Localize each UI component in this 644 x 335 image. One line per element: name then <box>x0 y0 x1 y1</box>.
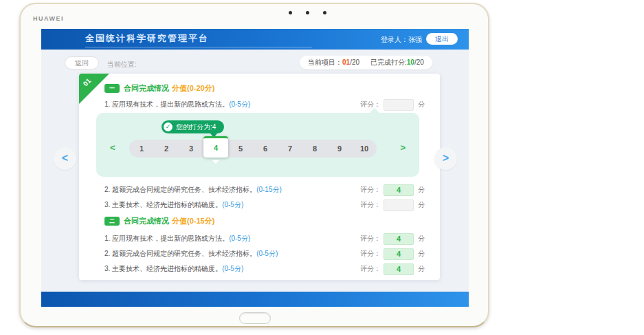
huawei-logo: HUAWEI <box>33 15 64 22</box>
page-prev-button[interactable]: < <box>54 147 76 170</box>
scale-cell-selected[interactable]: 4 <box>203 136 228 158</box>
app-footer <box>41 292 469 307</box>
criteria-text: 3. 主要技术、经济先进指标的精确度。 <box>104 265 222 272</box>
criteria-text: 2. 超额完成合同规定的研究任务、技术经济指标。 <box>104 250 256 257</box>
scale-cell[interactable]: 6 <box>253 140 278 158</box>
score-unit: 分 <box>418 249 425 259</box>
page-next-button[interactable]: > <box>434 147 457 170</box>
panel-notch <box>370 108 379 113</box>
scale-cell[interactable]: 1 <box>129 140 154 158</box>
home-button[interactable] <box>239 312 271 324</box>
score-tooltip: ✓ 您的打分为:4 <box>162 120 224 133</box>
score-unit: 分 <box>418 264 425 274</box>
criteria-range: (0-5分) <box>222 201 243 208</box>
score-label: 评分： <box>360 264 381 274</box>
criteria-text: 2. 超额完成合同规定的研究任务、技术经济指标。 <box>104 186 256 193</box>
progress-pill: 当前项目：01/20已完成打分:10/20 <box>300 56 432 69</box>
scale-cell[interactable]: 5 <box>228 140 253 158</box>
score-label: 评分： <box>360 249 381 259</box>
score-input[interactable] <box>384 184 414 196</box>
criteria-text: 3. 主要技术、经济先进指标的精确度。 <box>104 201 222 208</box>
screen: 全国统计科学研究管理平台 登录人：张强 退出 返回 当前位置: 当前项目：01/… <box>41 29 469 307</box>
section-header: 一合同完成情况分值(0-20分) <box>104 83 214 94</box>
section-badge: 二 <box>104 217 120 226</box>
score-input[interactable] <box>384 263 414 275</box>
criteria-range: (0-5分) <box>222 265 243 272</box>
score-picker-panel: ✓ 您的打分为:4 < 1 2 3 4 5 6 7 8 9 10 > <box>96 113 419 177</box>
scale-cell[interactable]: 9 <box>327 140 352 158</box>
camera-dot <box>289 11 292 14</box>
scale-cell[interactable]: 7 <box>278 140 302 158</box>
score-label: 评分： <box>360 200 381 210</box>
completed-total: /20 <box>414 58 424 66</box>
section-badge: 一 <box>104 84 120 93</box>
criteria-row: 1. 应用现有技术，提出新的思路或方法。(0-5分) 评分： 分 <box>104 233 425 245</box>
breadcrumb-label: 当前位置: <box>107 60 137 69</box>
camera-dot <box>323 11 326 14</box>
section-range: 分值(0-20分) <box>172 84 214 92</box>
criteria-range: (0-15分) <box>256 186 282 193</box>
tablet-frame: HUAWEI 全国统计科学研究管理平台 登录人：张强 退出 返回 当前位置: 当… <box>19 3 489 327</box>
criteria-row: 2. 超额完成合同规定的研究任务、技术经济指标。(0-15分) 评分： 分 <box>104 184 425 196</box>
criteria-row: 3. 主要技术、经济先进指标的精确度。(0-5分) 评分： 分 <box>104 199 425 211</box>
criteria-text: 1. 应用现有技术，提出新的思路或方法。 <box>104 235 229 242</box>
score-unit: 分 <box>418 200 425 210</box>
tooltip-text: 您的打分为:4 <box>176 122 216 132</box>
completed-count: 10 <box>407 58 414 66</box>
criteria-range: (0-5分) <box>229 235 250 242</box>
picker-next-icon[interactable]: > <box>400 142 406 153</box>
section-title: 合同完成情况 <box>124 217 169 225</box>
project-total: /20 <box>350 58 359 66</box>
criteria-row: 2. 超额完成合同规定的研究任务、技术经济指标。(0-5分) 评分： 分 <box>104 248 425 260</box>
project-label: 当前项目： <box>308 58 342 66</box>
back-button[interactable]: 返回 <box>65 56 99 69</box>
scale-cell[interactable]: 3 <box>179 140 203 158</box>
score-label: 评分： <box>360 185 381 195</box>
app-header: 全国统计科学研究管理平台 登录人：张强 退出 <box>41 29 469 50</box>
score-input[interactable] <box>384 248 414 260</box>
scale-bar: 1 2 3 4 5 6 7 8 9 10 <box>129 140 377 158</box>
scale-cell[interactable]: 2 <box>154 140 179 158</box>
section-title: 合同完成情况 <box>124 84 169 92</box>
section-range: 分值(0-15分) <box>172 217 214 225</box>
picker-prev-icon[interactable]: < <box>110 142 115 153</box>
score-unit: 分 <box>418 234 425 244</box>
criteria-range: (0-5分) <box>256 250 278 257</box>
check-icon: ✓ <box>164 122 173 131</box>
camera-dots <box>289 11 326 14</box>
criteria-row: 3. 主要技术、经济先进指标的精确度。(0-5分) 评分： 分 <box>104 263 425 275</box>
score-input[interactable] <box>384 99 414 111</box>
scale-cell[interactable]: 10 <box>352 140 377 158</box>
page-title: 全国统计科学研究管理平台 <box>85 32 312 47</box>
camera-dot <box>306 11 309 14</box>
score-unit: 分 <box>418 185 425 195</box>
criteria-range: (0-5分) <box>229 100 250 108</box>
project-count: 01 <box>342 58 350 66</box>
score-input[interactable] <box>384 233 414 245</box>
section-header: 二合同完成情况分值(0-15分) <box>104 216 214 226</box>
score-input[interactable] <box>384 199 414 211</box>
score-unit: 分 <box>418 100 425 109</box>
criteria-text: 1. 应用现有技术，提出新的思路或方法。 <box>104 100 229 108</box>
scale-cell[interactable]: 8 <box>302 140 327 158</box>
score-label: 评分： <box>360 234 381 244</box>
login-name: 登录人：张强 <box>381 35 422 45</box>
logout-button[interactable]: 退出 <box>426 33 458 45</box>
completed-label: 已完成打分: <box>370 58 407 66</box>
score-card: 01 一合同完成情况分值(0-20分) 1. 应用现有技术，提出新的思路或方法。… <box>79 74 440 280</box>
